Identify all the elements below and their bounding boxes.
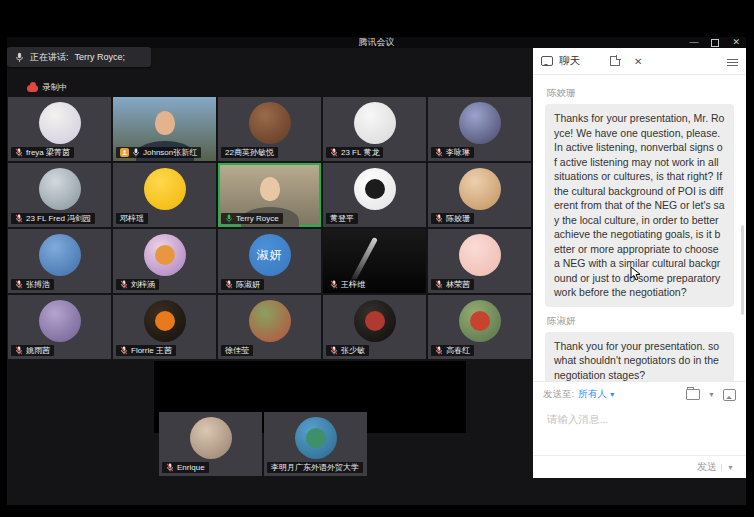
mic-muted-icon: [15, 148, 23, 157]
participant-tile[interactable]: 张少敏: [323, 295, 426, 359]
participant-name: 李明月广东外语外贸大学: [271, 462, 359, 473]
chat-close-icon[interactable]: ✕: [634, 56, 642, 67]
participant-name: Terry Royce: [236, 213, 279, 224]
participant-nametag: 23 FL 黄龙: [326, 147, 383, 158]
participant-nametag: 邓梓瑶: [116, 213, 148, 224]
screen: 腾讯会议 — ✕ 正在讲话: Terry Royce; 录制中: [0, 0, 754, 517]
send-file-icon[interactable]: [686, 389, 700, 400]
participant-name: 23 FL Fred 冯剑园: [26, 213, 91, 224]
chat-input[interactable]: [545, 412, 738, 426]
avatar: [144, 234, 186, 276]
maximize-icon[interactable]: [711, 39, 719, 47]
participant-name: 张少敏: [341, 345, 365, 356]
participant-name: 陈姣珊: [446, 213, 470, 224]
recording-label: 录制中: [42, 82, 68, 94]
participant-nametag: 林荣茜: [431, 279, 474, 290]
grid-row: Enrique李明月广东外语外贸大学: [159, 412, 367, 476]
participant-tile[interactable]: freya 梁菁茵: [8, 97, 111, 161]
mic-icon: [132, 148, 140, 157]
chat-message-list[interactable]: 陈姣珊Thanks for your presentation, Mr. Roy…: [533, 75, 746, 381]
participant-name: 姚雨茜: [26, 345, 50, 356]
participant-nametag: Florrie 王茜: [116, 345, 176, 356]
mic-muted-icon: [435, 148, 443, 157]
participant-tile[interactable]: 李咏琳: [428, 97, 531, 161]
mic-muted-icon: [435, 346, 443, 355]
avatar-detail: [155, 311, 175, 331]
participant-tile[interactable]: 23 FL Fred 冯剑园: [8, 163, 111, 227]
send-to-caret-icon[interactable]: ▼: [609, 391, 616, 398]
participant-nametag: 22商英孙敏悦: [221, 147, 278, 158]
grid-row: freya 梁菁茵 Johnson张新红22商英孙敏悦 23 FL 黄龙 李咏琳: [8, 97, 531, 161]
participant-nametag: 徐佳莹: [221, 345, 253, 356]
chat-menu-icon[interactable]: [727, 57, 738, 68]
participant-tile[interactable]: Terry Royce: [218, 163, 321, 227]
speaking-toast: 正在讲话: Terry Royce;: [7, 47, 151, 67]
video-grid-area: 正在讲话: Terry Royce; 录制中 freya 梁菁茵 Johnson…: [7, 48, 533, 505]
speaking-name: Terry Royce;: [75, 52, 126, 62]
participant-nametag: 李明月广东外语外贸大学: [267, 462, 363, 473]
mic-icon: [15, 52, 24, 63]
participant-tile[interactable]: 王梓维: [323, 229, 426, 293]
avatar-detail: [306, 428, 326, 448]
chat-scrollbar[interactable]: [741, 225, 744, 315]
popout-icon[interactable]: [610, 56, 620, 66]
avatar: [354, 168, 396, 210]
send-to-value[interactable]: 所有人: [578, 388, 607, 401]
chat-header: 聊天 ✕: [533, 48, 746, 75]
participant-tile[interactable]: 李明月广东外语外贸大学: [264, 412, 367, 476]
avatar: [459, 102, 501, 144]
file-caret-icon[interactable]: ▼: [708, 391, 715, 398]
participant-tile[interactable]: Johnson张新红: [113, 97, 216, 161]
participant-tile[interactable]: 淑妍 陈淑妍: [218, 229, 321, 293]
send-image-icon[interactable]: [723, 389, 736, 401]
participant-tile[interactable]: 陈姣珊: [428, 163, 531, 227]
send-options-caret-icon[interactable]: ▼: [721, 464, 734, 471]
participant-nametag: 23 FL Fred 冯剑园: [11, 213, 95, 224]
avatar: [459, 234, 501, 276]
participant-tile[interactable]: Florrie 王茜: [113, 295, 216, 359]
avatar-detail: [155, 245, 175, 265]
participant-tile[interactable]: 高春红: [428, 295, 531, 359]
chat-title: 聊天: [559, 54, 580, 68]
chat-bubble-icon: [541, 56, 553, 66]
participant-name: 刘梓涵: [131, 279, 155, 290]
speaking-label: 正在讲话:: [30, 51, 69, 64]
participant-nametag: Terry Royce: [221, 213, 283, 224]
participant-name: 23 FL 黄龙: [341, 147, 379, 158]
participant-tile[interactable]: 黄登平: [323, 163, 426, 227]
mic-muted-icon: [15, 346, 23, 355]
avatar: [144, 300, 186, 342]
participant-tile[interactable]: 23 FL 黄龙: [323, 97, 426, 161]
participant-tile[interactable]: 22商英孙敏悦: [218, 97, 321, 161]
participant-tile[interactable]: 徐佳莹: [218, 295, 321, 359]
host-badge-icon: [120, 148, 129, 157]
avatar: 淑妍: [249, 234, 291, 276]
participant-tile[interactable]: 刘梓涵: [113, 229, 216, 293]
participant-tile[interactable]: 邓梓瑶: [113, 163, 216, 227]
participant-nametag: 陈淑妍: [221, 279, 264, 290]
participant-tile[interactable]: 姚雨茜: [8, 295, 111, 359]
grid-row: 姚雨茜 Florrie 王茜徐佳莹 张少敏 高春红: [8, 295, 531, 359]
participant-tile[interactable]: 张搏浩: [8, 229, 111, 293]
message-sender: 陈淑妍: [547, 315, 734, 328]
minimize-button[interactable]: —: [689, 38, 698, 47]
video-light-streak: [349, 237, 378, 285]
participant-nametag: 姚雨茜: [11, 345, 54, 356]
participant-tile[interactable]: 林荣茜: [428, 229, 531, 293]
participant-nametag: Enrique: [162, 462, 209, 473]
chat-panel: 聊天 ✕ 陈姣珊Thanks for your presentation, Mr…: [533, 48, 746, 478]
send-button[interactable]: 发送: [697, 460, 717, 474]
avatar: [459, 300, 501, 342]
mic-muted-icon: [15, 280, 23, 289]
participant-nametag: 王梓维: [326, 279, 369, 290]
participant-tile[interactable]: Enrique: [159, 412, 262, 476]
participant-nametag: 刘梓涵: [116, 279, 159, 290]
participant-name: freya 梁菁茵: [26, 147, 70, 158]
close-button[interactable]: ✕: [732, 38, 740, 47]
participant-nametag: 高春红: [431, 345, 474, 356]
avatar: [459, 168, 501, 210]
participant-name: Florrie 王茜: [131, 345, 172, 356]
grid-row: 张搏浩 刘梓涵淑妍 陈淑妍 王梓维 林荣茜: [8, 229, 531, 293]
participant-name: 黄登平: [330, 213, 354, 224]
mic-muted-icon: [225, 280, 233, 289]
